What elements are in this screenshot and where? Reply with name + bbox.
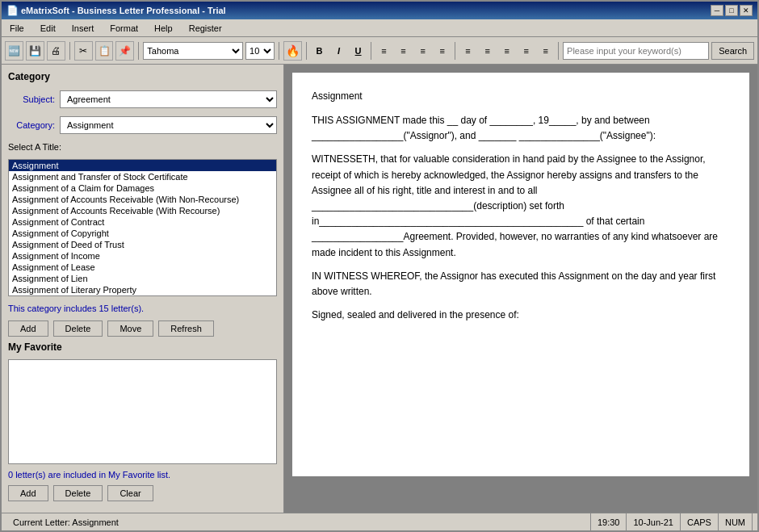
sep4 [306,42,307,60]
title-bar-left: 📄 eMatrixSoft - Business Letter Professi… [6,5,226,16]
category-row: Category: Assignment [8,116,277,134]
refresh-button[interactable]: Refresh [158,320,214,337]
subject-select-wrapper: Agreement [60,90,277,108]
close-button[interactable]: ✕ [740,5,753,16]
font-size-selector[interactable]: 10 [245,42,275,60]
list-item[interactable]: Assignment and Transfer of Stock Certifi… [9,171,276,182]
document-page: Assignment THIS ASSIGNMENT made this __ … [292,73,749,476]
status-bar: Current Letter: Assignment 19:30 10-Jun-… [2,513,757,530]
category-note: This category includes 15 letter(s). [8,304,277,313]
list-item[interactable]: Assignment of a Claim for Damages [9,182,276,194]
right-panel: Assignment THIS ASSIGNMENT made this __ … [284,65,757,513]
sep1 [69,42,70,60]
title-bar: 📄 eMatrixSoft - Business Letter Professi… [2,2,757,19]
list-item[interactable]: Assignment of Accounts Receivable (With … [9,205,276,216]
list-item[interactable]: Assignment of Deed of Trust [9,239,276,250]
indent-button[interactable]: ≡ [459,42,476,60]
copy-button[interactable]: 📋 [95,41,114,61]
search-input[interactable] [563,42,709,60]
justify-button[interactable]: ≡ [434,42,451,60]
document-body: THIS ASSIGNMENT made this __ day of ____… [312,113,730,323]
paste-button[interactable]: 📌 [115,41,134,61]
menu-insert[interactable]: Insert [67,22,99,35]
save-button[interactable]: 💾 [26,41,44,61]
menu-register[interactable]: Register [184,22,227,35]
subject-select[interactable]: Agreement [60,90,277,108]
list-item[interactable]: Assignment of Contract [9,216,276,228]
toolbar: 🆕 💾 🖨 ✂ 📋 📌 Tahoma 10 🔥 B I U ≡ ≡ ≡ ≡ ≡ … [2,37,757,65]
sep3 [279,42,279,60]
fire-button[interactable]: 🔥 [283,41,302,61]
fav-clear-button[interactable]: Clear [107,485,153,501]
menu-format[interactable]: Format [105,22,143,35]
category-select[interactable]: Assignment [60,116,277,134]
favorite-btn-row: Add Delete Clear [8,485,277,501]
main-content: Category Subject: Agreement Category: As… [2,65,757,513]
list-item[interactable]: Assignment of Lease [9,262,276,273]
favorite-title: My Favorite [8,341,277,353]
category-section-title: Category [8,71,277,82]
menu-edit[interactable]: Edit [36,22,61,35]
align-center-button[interactable]: ≡ [395,42,412,60]
document-title: Assignment [312,89,730,103]
new-button[interactable]: 🆕 [5,41,23,61]
sep5 [371,42,371,60]
time-status: 19:30 [591,513,627,530]
bold-button[interactable]: B [311,42,328,60]
list3-button[interactable]: ≡ [537,42,554,60]
print-button[interactable]: 🖨 [47,41,65,61]
menu-bar: File Edit Insert Format Help Register [2,19,757,37]
align-right-button[interactable]: ≡ [414,42,431,60]
list-item[interactable]: Assignment of Lien [9,273,276,284]
add-button[interactable]: Add [8,320,48,337]
outdent-button[interactable]: ≡ [479,42,496,60]
fav-add-button[interactable]: Add [8,485,48,501]
sep7 [558,42,559,60]
category-label: Category: [8,120,55,130]
move-button[interactable]: Move [107,320,153,337]
num-status: NUM [719,513,753,530]
letter-list[interactable]: AssignmentAssignment and Transfer of Sto… [8,159,277,296]
menu-file[interactable]: File [5,22,29,35]
caps-status: CAPS [681,513,719,530]
sep2 [138,42,139,60]
menu-help[interactable]: Help [149,22,178,35]
list-button[interactable]: ≡ [498,42,515,60]
app-icon: 📄 [6,5,18,16]
list2-button[interactable]: ≡ [518,42,535,60]
favorite-list[interactable] [8,359,277,464]
search-button[interactable]: Search [711,42,754,60]
favorite-note: 0 letter(s) are included in My Favorite … [8,470,277,480]
align-left-button[interactable]: ≡ [375,42,392,60]
list-item[interactable]: Assignment of Literary Property [9,284,276,295]
list-item[interactable]: Assignment of Accounts Receivable (With … [9,194,276,205]
minimize-button[interactable]: ─ [711,5,723,16]
list-item[interactable]: Assignment of Copyright [9,228,276,239]
left-panel: Category Subject: Agreement Category: As… [2,65,284,513]
category-btn-row: Add Delete Move Refresh [8,320,277,337]
title-bar-buttons: ─ □ ✕ [711,5,753,16]
doc-paragraph: WITNESSETH, that for valuable considerat… [312,152,730,260]
underline-button[interactable]: U [350,42,367,60]
fav-delete-button[interactable]: Delete [53,485,103,501]
maximize-button[interactable]: □ [725,5,738,16]
italic-button[interactable]: I [330,42,347,60]
doc-paragraph: THIS ASSIGNMENT made this __ day of ____… [312,113,730,144]
select-title-label: Select A Title: [8,142,277,152]
delete-button[interactable]: Delete [53,320,103,337]
list-item[interactable]: Assignment [9,160,276,171]
cut-button[interactable]: ✂ [74,41,93,61]
font-selector[interactable]: Tahoma [143,42,243,60]
subject-label: Subject: [8,94,55,104]
subject-row: Subject: Agreement [8,90,277,108]
document-area: Assignment THIS ASSIGNMENT made this __ … [284,65,757,513]
current-letter-status: Current Letter: Assignment [6,513,591,530]
main-window: 📄 eMatrixSoft - Business Letter Professi… [0,0,759,532]
list-item[interactable]: Assignment of Income [9,250,276,262]
list-item[interactable]: Assignment of Security Interest [9,295,276,296]
date-status: 10-Jun-21 [627,513,681,530]
window-title: eMatrixSoft - Business Letter Profession… [21,6,226,15]
favorite-section: My Favorite 0 letter(s) are included in … [8,341,277,501]
doc-paragraph: IN WITNESS WHEREOF, the Assignor has exe… [312,269,730,300]
sep6 [455,42,455,60]
